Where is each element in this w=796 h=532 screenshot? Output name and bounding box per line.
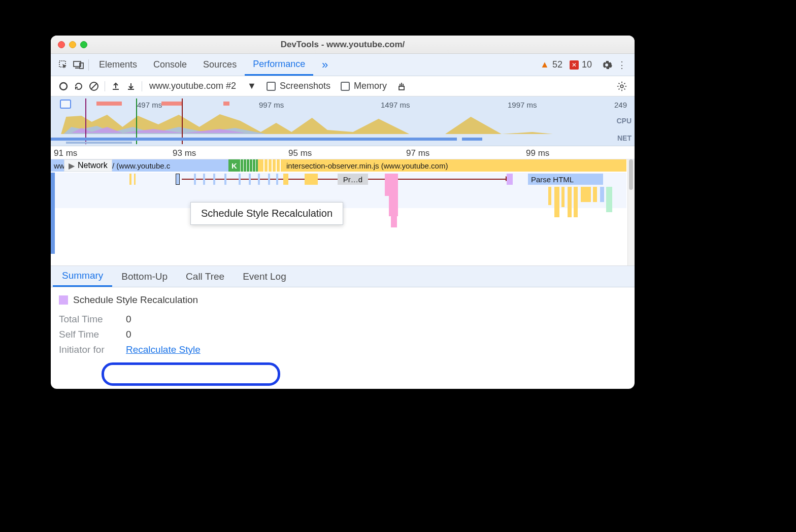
overview-tick: 497 ms <box>137 101 162 109</box>
capture-settings-icon[interactable] <box>614 81 629 92</box>
inspect-icon[interactable] <box>56 60 71 70</box>
main-tabbar: Elements Console Sources Performance » ▲… <box>51 54 635 76</box>
summary-heading: Schedule Style Recalculation <box>59 294 626 306</box>
svg-point-4 <box>60 83 67 90</box>
bar[interactable] <box>600 187 604 202</box>
bar[interactable] <box>606 187 612 212</box>
bar[interactable] <box>305 174 318 185</box>
close-icon[interactable] <box>58 41 65 48</box>
bar[interactable] <box>391 216 397 227</box>
network-toggle[interactable]: ▶ Network <box>64 159 112 172</box>
initiator-label: Initiator for <box>59 344 114 355</box>
scrollbar-thumb[interactable] <box>629 159 633 190</box>
bar[interactable] <box>593 187 597 202</box>
bar[interactable] <box>385 174 398 196</box>
bar[interactable] <box>194 174 196 185</box>
overview-tick: 1497 ms <box>381 101 410 109</box>
record-icon[interactable] <box>56 82 71 91</box>
net-label: NET <box>617 134 632 142</box>
overview-handle[interactable] <box>60 99 71 109</box>
bar[interactable] <box>283 174 288 185</box>
bar[interactable] <box>561 187 565 207</box>
caret-right-icon: ▶ <box>69 161 75 171</box>
flame-chart[interactable]: 91 ms 93 ms 95 ms 97 ms 99 ms www com/ (… <box>51 146 635 266</box>
tab-performance[interactable]: Performance <box>245 54 313 76</box>
ruler-tick: 99 ms <box>526 148 549 158</box>
bar-prd[interactable]: Pr…d <box>338 174 368 185</box>
warnings-value: 52 <box>552 59 562 70</box>
upload-icon[interactable] <box>108 82 123 91</box>
bar[interactable] <box>258 174 260 185</box>
window-title: DevTools - www.youtube.com/ <box>281 40 405 50</box>
clear-icon[interactable] <box>86 81 102 91</box>
bar[interactable] <box>224 174 226 185</box>
bar[interactable] <box>51 173 55 254</box>
ruler-tick: 91 ms <box>54 148 77 158</box>
subtab-summary[interactable]: Summary <box>53 266 112 287</box>
target-select[interactable]: www.youtube.com #2 ▼ <box>149 81 256 91</box>
separator <box>142 81 142 91</box>
script-bar[interactable] <box>260 159 281 172</box>
script-bar[interactable]: intersection-observer.min.js (www.youtub… <box>283 159 626 172</box>
initiator-link[interactable]: Recalculate Style <box>126 344 201 355</box>
reload-icon[interactable] <box>71 81 86 91</box>
bar-selected[interactable] <box>176 174 180 185</box>
settings-icon[interactable] <box>599 59 614 71</box>
warnings-count[interactable]: ▲ 52 <box>540 59 562 70</box>
tab-console[interactable]: Console <box>145 54 195 76</box>
screenshots-label: Screenshots <box>280 81 330 91</box>
screenshots-checkbox[interactable]: Screenshots <box>267 81 330 91</box>
bar[interactable] <box>389 196 398 216</box>
bar[interactable] <box>249 174 251 185</box>
tab-elements[interactable]: Elements <box>91 54 145 76</box>
bar[interactable] <box>581 187 591 202</box>
timeline-overview[interactable]: 497 ms 997 ms 1497 ms 1997 ms 249 CPU NE… <box>51 96 635 146</box>
separator <box>88 59 89 71</box>
bar[interactable] <box>507 174 513 185</box>
bar[interactable] <box>568 187 572 217</box>
minimize-icon[interactable] <box>69 41 76 48</box>
titlebar: DevTools - www.youtube.com/ <box>51 36 635 54</box>
bar[interactable] <box>239 174 241 185</box>
tooltip: Schedule Style Recalculation <box>190 202 343 225</box>
memory-checkbox[interactable]: Memory <box>341 81 387 91</box>
bar[interactable] <box>276 174 278 185</box>
device-toggle-icon[interactable] <box>71 60 86 70</box>
parse-html-bar[interactable]: Parse HTML <box>528 174 603 185</box>
script-bar[interactable] <box>238 159 258 172</box>
script-bar[interactable]: K <box>228 159 238 172</box>
total-time-label: Total Time <box>59 314 114 325</box>
subtab-eventlog[interactable]: Event Log <box>234 266 295 287</box>
self-time-label: Self Time <box>59 329 114 340</box>
bar[interactable] <box>574 187 578 217</box>
summary-row: Self Time 0 <box>59 327 626 342</box>
summary-panel: Schedule Style Recalculation Total Time … <box>51 287 635 364</box>
detail-tabs: Summary Bottom-Up Call Tree Event Log <box>51 266 635 287</box>
overview-tick: 249 <box>614 101 627 109</box>
annotation-highlight <box>102 362 280 386</box>
ruler: 91 ms 93 ms 95 ms 97 ms 99 ms <box>51 146 635 159</box>
chevron-down-icon: ▼ <box>247 81 256 91</box>
tab-sources[interactable]: Sources <box>195 54 245 76</box>
ruler-tick: 93 ms <box>173 148 196 158</box>
download-icon[interactable] <box>123 82 139 91</box>
subtab-calltree[interactable]: Call Tree <box>177 266 234 287</box>
scrollbar[interactable] <box>627 159 635 265</box>
event-name: Schedule Style Recalculation <box>73 294 198 306</box>
kebab-icon[interactable]: ⋮ <box>614 59 629 71</box>
bar[interactable] <box>268 174 270 185</box>
errors-count[interactable]: ✕ 10 <box>570 59 592 70</box>
bar[interactable] <box>203 174 205 185</box>
bar[interactable] <box>129 174 131 185</box>
garbage-collect-icon[interactable] <box>394 81 409 91</box>
bar[interactable] <box>554 187 559 217</box>
bar[interactable] <box>548 187 551 205</box>
more-tabs-icon[interactable]: » <box>317 58 333 72</box>
bar[interactable] <box>134 174 136 185</box>
maximize-icon[interactable] <box>80 41 87 48</box>
svg-point-11 <box>620 85 623 88</box>
perf-toolbar: www.youtube.com #2 ▼ Screenshots Memory <box>51 76 635 96</box>
subtab-bottomup[interactable]: Bottom-Up <box>112 266 177 287</box>
bar[interactable] <box>213 174 215 185</box>
svg-rect-7 <box>399 86 404 90</box>
